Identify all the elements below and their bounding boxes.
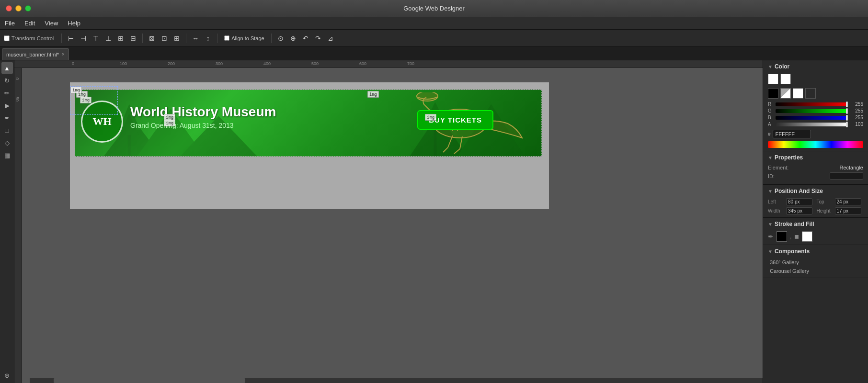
- stroke-color-swatch[interactable]: [777, 231, 787, 242]
- align-right-btn[interactable]: ⊤: [91, 33, 101, 44]
- hex-symbol: #: [768, 132, 771, 137]
- flip-v-btn[interactable]: ↕: [203, 33, 213, 44]
- swatch-white-2[interactable]: [780, 74, 791, 84]
- height-field: Height: [817, 207, 864, 214]
- right-panel: ▼ Color R 255: [763, 60, 868, 383]
- canvas-area[interactable]: 0 100 200 300 400 500 600 700 0 50: [14, 60, 763, 383]
- menu-view[interactable]: View: [45, 20, 58, 27]
- dist-h-btn[interactable]: ⊠: [147, 33, 157, 44]
- transform-control-checkbox[interactable]: [4, 35, 10, 41]
- swatch-transparent[interactable]: [805, 88, 816, 99]
- rectangle-tool-btn[interactable]: □: [1, 124, 13, 136]
- id-label: ID:: [768, 173, 775, 179]
- element-value: Rectangle: [839, 165, 863, 170]
- maximize-button[interactable]: [25, 5, 31, 11]
- flip-h-btn[interactable]: ↔: [190, 33, 201, 44]
- channel-b-row: B 255: [768, 115, 863, 120]
- width-input[interactable]: [786, 207, 812, 214]
- element-label: Element:: [768, 165, 788, 170]
- channel-a-row: A 100: [768, 122, 863, 127]
- redo-transform-btn[interactable]: ↷: [313, 33, 323, 44]
- position-section-header[interactable]: ▼ Position And Size: [768, 188, 863, 194]
- top-input[interactable]: [835, 198, 861, 205]
- properties-section-title: Properties: [775, 154, 803, 161]
- swatch-white[interactable]: [768, 74, 778, 84]
- zoom-tool-btn[interactable]: ⊕: [1, 370, 13, 381]
- tab-museum-banner[interactable]: museum_banner.html* ×: [2, 48, 69, 60]
- hex-input[interactable]: [773, 130, 811, 138]
- banner-text-group: World History Museum Grand Opening: Augu…: [130, 104, 276, 129]
- canvas-inner[interactable]: WH World History Museum Grand Opening: A…: [22, 68, 763, 383]
- left-toolbar: ▲ ↻ ✏ ▶ ✒ □ ◇ ▦ ⊕: [0, 60, 14, 383]
- banner[interactable]: WH World History Museum Grand Opening: A…: [75, 90, 542, 157]
- color-chevron: ▼: [768, 64, 773, 69]
- pen-tool-btn[interactable]: ✒: [1, 112, 13, 124]
- color-section-header[interactable]: ▼ Color: [768, 63, 863, 70]
- transform-control-label: Transform Control: [11, 35, 54, 41]
- stroke-separator: ,: [790, 233, 791, 240]
- shape-tool-btn[interactable]: ◇: [1, 137, 13, 148]
- components-section-title: Components: [775, 248, 810, 255]
- component-360-gallery[interactable]: 360° Gallery: [768, 259, 863, 266]
- align-left-btn[interactable]: ⊢: [66, 33, 76, 44]
- h-scrollbar-thumb[interactable]: [54, 378, 245, 383]
- stroke-fill-header[interactable]: ▼ Stroke and Fill: [768, 221, 863, 227]
- toolbar-sep-3: [186, 34, 186, 43]
- menu-help[interactable]: Help: [68, 20, 80, 27]
- channel-g-row: G 255: [768, 108, 863, 113]
- stage[interactable]: WH World History Museum Grand Opening: A…: [70, 82, 549, 209]
- swatch-black[interactable]: [768, 88, 778, 99]
- window-controls[interactable]: [6, 5, 31, 11]
- menu-file[interactable]: File: [5, 20, 15, 27]
- align-center-v-btn[interactable]: ⊞: [115, 33, 126, 44]
- align-to-stage-checkbox[interactable]: [224, 35, 229, 41]
- fill-color-swatch[interactable]: [802, 231, 812, 242]
- align-top-btn[interactable]: ⊥: [103, 33, 114, 44]
- menu-edit[interactable]: Edit: [24, 20, 35, 27]
- stroke-fill-row: ✒ , ◼: [768, 231, 863, 242]
- r-label: R: [768, 101, 774, 107]
- a-value: 100: [850, 122, 863, 127]
- dist-v-btn[interactable]: ⊡: [159, 33, 170, 44]
- align-mid-btn[interactable]: ⊞: [171, 33, 182, 44]
- properties-section-header[interactable]: ▼ Properties: [768, 154, 863, 161]
- align-to-stage-label[interactable]: Align to Stage: [221, 34, 267, 43]
- canvas-h-scrollbar[interactable]: [30, 378, 763, 383]
- arrange-btn[interactable]: ⊿: [325, 33, 336, 44]
- titlebar: Google Web Designer: [0, 0, 868, 17]
- align-center-h-btn[interactable]: ⊣: [78, 33, 89, 44]
- buy-tickets-btn[interactable]: BUY TICKETS: [417, 110, 493, 130]
- components-section-header[interactable]: ▼ Components: [768, 248, 863, 255]
- paste-size-btn[interactable]: ⊕: [288, 33, 298, 44]
- swatch-white-3[interactable]: [793, 88, 803, 99]
- selection-tool-btn[interactable]: ▲: [1, 62, 13, 74]
- height-input[interactable]: [835, 207, 861, 214]
- component-carousel-gallery[interactable]: Carousel Gallery: [768, 267, 863, 275]
- tab-close-btn[interactable]: ×: [62, 52, 65, 57]
- height-label: Height: [817, 208, 834, 214]
- left-label: Left: [768, 199, 785, 204]
- g-value: 255: [850, 108, 863, 113]
- undo-transform-btn[interactable]: ↶: [300, 33, 311, 44]
- copy-size-btn[interactable]: ⊙: [275, 33, 286, 44]
- close-button[interactable]: [6, 5, 12, 11]
- main-toolbar: Transform Control ⊢ ⊣ ⊤ ⊥ ⊞ ⊟ ⊠ ⊡ ⊞ ↔ ↕ …: [0, 30, 868, 47]
- align-bottom-btn[interactable]: ⊟: [128, 33, 138, 44]
- tab-label: museum_banner.html*: [6, 52, 59, 57]
- id-input[interactable]: [830, 172, 863, 180]
- pencil-tool-btn[interactable]: ✏: [1, 87, 13, 99]
- align-to-stage-text: Align to Stage: [231, 35, 264, 41]
- pos-chevron: ▼: [768, 189, 773, 194]
- 3d-rotate-tool-btn[interactable]: ↻: [1, 75, 13, 86]
- hex-row: #: [768, 130, 863, 138]
- left-input[interactable]: [786, 198, 812, 205]
- color-spectrum[interactable]: [768, 141, 863, 148]
- swatch-gradient[interactable]: [780, 88, 791, 99]
- ruler-vertical: 0 50: [14, 68, 22, 383]
- minimize-button[interactable]: [15, 5, 22, 11]
- color-section: ▼ Color R 255: [763, 60, 868, 151]
- a-label: A: [768, 122, 774, 127]
- svg-line-13: [443, 147, 448, 152]
- video-tool-btn[interactable]: ▶: [1, 100, 13, 111]
- gallery-tool-btn[interactable]: ▦: [1, 149, 13, 161]
